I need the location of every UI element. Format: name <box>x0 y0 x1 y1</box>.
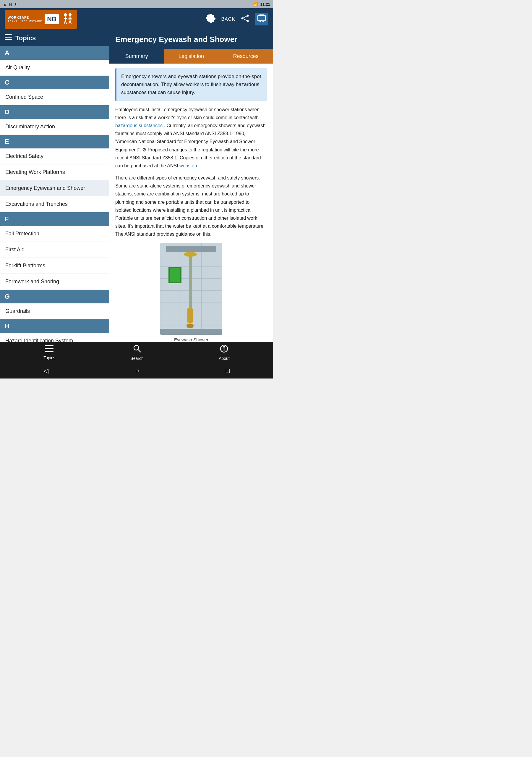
settings-icon[interactable] <box>206 13 216 25</box>
content-header: Emergency Eyewash and Shower <box>109 30 273 49</box>
content-scroll[interactable]: Emergency showers and eyewash stations p… <box>109 64 273 342</box>
logo-figures <box>61 12 74 27</box>
share-icon[interactable] <box>241 14 250 25</box>
highlight-text: Emergency showers and eyewash stations p… <box>121 74 261 95</box>
svg-rect-17 <box>258 15 265 21</box>
menu-icon <box>5 34 12 42</box>
paragraph-1: Employers must install emergency eyewash… <box>115 106 267 170</box>
hazardous-link[interactable]: hazardous substances <box>115 123 163 128</box>
svg-rect-51 <box>45 345 53 346</box>
sidebar-item-electrical-safety[interactable]: Electrical Safety <box>0 148 109 165</box>
image-1-container: Eyewash Shower <box>115 243 267 342</box>
notification-icon-1: ▲ <box>3 2 7 7</box>
svg-point-58 <box>224 346 224 347</box>
logo-top-text: WorkSafe <box>8 16 42 19</box>
sidebar-header: Topics <box>0 30 109 46</box>
time-display: 11:21 <box>260 2 270 7</box>
svg-point-13 <box>242 17 244 19</box>
sidebar-item-fall-protection[interactable]: Fall Protection <box>0 226 109 242</box>
tab-summary[interactable]: Summary <box>109 49 164 64</box>
bottom-nav: Topics Search About <box>0 342 273 363</box>
svg-rect-53 <box>45 351 53 352</box>
letter-header-a: A <box>0 46 109 60</box>
sidebar-item-emergency-eyewash[interactable]: Emergency Eyewash and Shower <box>0 180 109 197</box>
header-actions: BACK <box>206 13 268 25</box>
main-area: Topics A Air Quality C Confined Space D … <box>0 30 273 342</box>
letter-header-f: F <box>0 212 109 226</box>
notification-icon-3: ⬇ <box>14 2 17 7</box>
nav-about-label: About <box>219 356 230 361</box>
svg-point-54 <box>134 346 139 350</box>
nav-topics[interactable]: Topics <box>44 345 55 360</box>
back-button[interactable]: BACK <box>221 16 235 22</box>
svg-point-0 <box>64 13 67 16</box>
sidebar-item-excavations[interactable]: Excavations and Trenches <box>0 197 109 212</box>
sidebar-item-confined-space[interactable]: Confined Space <box>0 89 109 105</box>
logo[interactable]: WorkSafe Travail sécuritaire NB <box>5 10 77 29</box>
logo-text-area: WorkSafe Travail sécuritaire <box>8 16 42 22</box>
home-system-button[interactable]: ○ <box>135 367 139 375</box>
letter-header-g: G <box>0 290 109 303</box>
highlight-box: Emergency showers and eyewash stations p… <box>115 68 267 101</box>
sidebar: Topics A Air Quality C Confined Space D … <box>0 30 109 342</box>
svg-line-5 <box>65 21 67 24</box>
about-nav-icon <box>220 345 228 355</box>
svg-point-14 <box>247 20 249 22</box>
svg-point-6 <box>69 13 72 16</box>
nav-search-label: Search <box>130 356 143 361</box>
nav-search[interactable]: Search <box>130 345 143 361</box>
svg-point-18 <box>259 21 261 22</box>
svg-rect-37 <box>170 268 180 282</box>
svg-rect-52 <box>45 348 53 349</box>
tab-resources[interactable]: Resources <box>219 49 273 64</box>
notification-icon-2: N <box>9 2 12 7</box>
svg-rect-21 <box>5 37 12 38</box>
cart-button[interactable] <box>255 13 268 25</box>
topics-nav-icon <box>45 345 53 354</box>
recent-system-button[interactable]: □ <box>226 367 230 375</box>
svg-point-19 <box>262 21 264 22</box>
nav-topics-label: Topics <box>44 355 55 360</box>
svg-line-11 <box>70 21 71 24</box>
sidebar-item-formwork[interactable]: Formwork and Shoring <box>0 274 109 290</box>
paragraph-2: There are different types of emergency e… <box>115 174 267 238</box>
status-bar-right: 📶 11:21 <box>253 2 270 7</box>
sidebar-item-elevating-work-platforms[interactable]: Elevating Work Platforms <box>0 165 109 180</box>
back-system-button[interactable]: ◁ <box>44 367 48 375</box>
svg-rect-33 <box>166 246 216 252</box>
letter-header-d: D <box>0 105 109 119</box>
status-bar: ▲ N ⬇ 📶 11:21 <box>0 0 273 8</box>
sidebar-item-forklift-platforms[interactable]: Forklift Platforms <box>0 258 109 274</box>
nav-about[interactable]: About <box>219 345 230 361</box>
sidebar-item-guardrails[interactable]: Guardrails <box>0 303 109 319</box>
sidebar-item-hazard-id[interactable]: Hazard Identification System <box>0 333 109 342</box>
sidebar-title: Topics <box>15 34 36 42</box>
status-bar-left: ▲ N ⬇ <box>3 2 17 7</box>
letter-header-h: H <box>0 319 109 333</box>
image-1-caption: Eyewash Shower <box>174 337 208 342</box>
svg-line-55 <box>138 349 141 352</box>
logo-bottom-text: Travail sécuritaire <box>8 20 42 23</box>
letter-header-e: E <box>0 135 109 148</box>
sidebar-item-first-aid[interactable]: First Aid <box>0 242 109 258</box>
svg-rect-22 <box>5 39 12 40</box>
svg-point-12 <box>247 15 249 16</box>
svg-line-15 <box>244 16 247 18</box>
svg-point-39 <box>187 323 193 328</box>
svg-point-35 <box>184 252 197 257</box>
content-area: Emergency Eyewash and Shower Summary Leg… <box>109 30 273 342</box>
svg-line-16 <box>244 19 247 20</box>
search-nav-icon <box>133 345 141 355</box>
tab-legislation[interactable]: Legislation <box>164 49 219 64</box>
svg-rect-40 <box>160 329 222 335</box>
webstore-link[interactable]: webstore <box>179 163 199 168</box>
letter-header-c: C <box>0 76 109 89</box>
top-header: WorkSafe Travail sécuritaire NB <box>0 8 273 30</box>
sidebar-item-air-quality[interactable]: Air Quality <box>0 60 109 76</box>
page-title: Emergency Eyewash and Shower <box>115 35 237 44</box>
system-bar: ◁ ○ □ <box>0 363 273 378</box>
sidebar-item-discriminatory-action[interactable]: Discriminatory Action <box>0 119 109 135</box>
eyewash-shower-image <box>160 243 222 335</box>
logo-nb: NB <box>44 14 59 24</box>
tab-bar: Summary Legislation Resources <box>109 49 273 64</box>
